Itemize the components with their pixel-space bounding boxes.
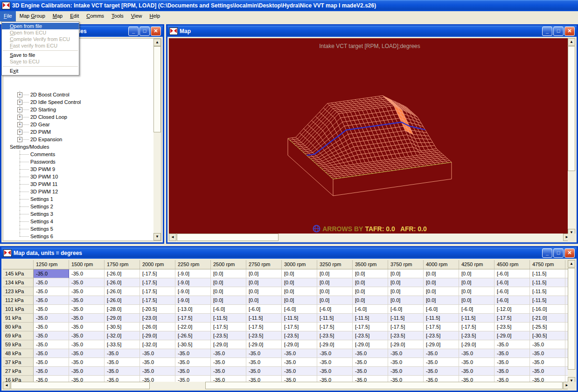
menubar-item-view[interactable]: View bbox=[127, 11, 146, 21]
map-cell[interactable]: -35.0 bbox=[282, 358, 317, 367]
row-header[interactable]: 123 kPa bbox=[3, 287, 34, 296]
map-cell[interactable]: [-11.5] bbox=[353, 314, 388, 323]
map-cell[interactable]: [-6.0] bbox=[282, 305, 317, 314]
map-cell[interactable]: -35.0 bbox=[282, 367, 317, 376]
map-cell[interactable]: [-11.5] bbox=[211, 314, 246, 323]
tree-item-2d-idle-speed-control[interactable]: +2D Idle Speed Control bbox=[3, 98, 153, 106]
map-cell[interactable]: -35.0 bbox=[34, 269, 69, 278]
map-cell[interactable]: [0.0] bbox=[246, 296, 282, 305]
map-cell[interactable]: -35.0 bbox=[104, 358, 140, 367]
map-cell[interactable]: [-22.0] bbox=[175, 323, 211, 331]
map-cell[interactable]: -35.0 bbox=[424, 358, 459, 367]
map-cell[interactable]: [-29.0] bbox=[353, 340, 388, 349]
map-cell[interactable]: -35.0 bbox=[353, 358, 388, 367]
map-cell[interactable]: [-6.0] bbox=[459, 305, 494, 314]
scrollbar-pane[interactable] bbox=[205, 382, 563, 389]
map-cell[interactable]: -35.0 bbox=[530, 349, 565, 358]
column-header[interactable]: 2250 rpm bbox=[175, 260, 211, 269]
map-cell[interactable]: [0.0] bbox=[211, 269, 246, 278]
map-cell[interactable]: -35.0 bbox=[69, 358, 104, 367]
map-cell[interactable]: [0.0] bbox=[317, 269, 353, 278]
tree-item-settings-3[interactable]: Settings 3 bbox=[3, 210, 153, 218]
map-cell[interactable]: [-11.5] bbox=[459, 314, 494, 323]
map-cell[interactable]: [-17.5] bbox=[140, 287, 175, 296]
tree-item-3d-pwm-10[interactable]: 3D PWM 10 bbox=[3, 173, 153, 180]
map-cell[interactable]: [-23.5] bbox=[459, 331, 494, 340]
map-cell[interactable]: [-26.0] bbox=[104, 296, 140, 305]
menu-item-fast-verify-from-ecu[interactable]: Fast verify from ECU bbox=[2, 42, 79, 49]
map-cell[interactable]: [0.0] bbox=[424, 287, 459, 296]
map-cell[interactable]: [0.0] bbox=[353, 269, 388, 278]
scroll-up-button[interactable]: ▲ bbox=[153, 39, 161, 46]
map-cell[interactable]: [0.0] bbox=[424, 296, 459, 305]
menu-item-save-to-file[interactable]: Save to file bbox=[2, 52, 79, 58]
map-3d-view[interactable]: Intake VCT target [RPM, LOAD];degrees AR… bbox=[169, 38, 571, 236]
menu-item-open-from-ecu[interactable]: Open from ECU bbox=[2, 29, 79, 36]
column-header[interactable]: 4750 rpm bbox=[530, 260, 565, 269]
map-cell[interactable]: -35.0 bbox=[69, 269, 104, 278]
tree-item-2d-starting[interactable]: +2D Starting bbox=[3, 106, 153, 113]
map-cell[interactable]: -35.0 bbox=[34, 287, 69, 296]
close-button[interactable]: ✕ bbox=[564, 27, 575, 36]
expand-icon[interactable]: + bbox=[17, 130, 22, 135]
map-cell[interactable]: [-17.5] bbox=[140, 269, 175, 278]
map-cell[interactable]: [-29.0] bbox=[459, 340, 494, 349]
map-cell[interactable]: [0.0] bbox=[353, 287, 388, 296]
scrollbar-thumb[interactable] bbox=[568, 268, 575, 370]
map-cell[interactable]: [-9.0] bbox=[175, 296, 211, 305]
map-cell[interactable]: [-11.5] bbox=[282, 314, 317, 323]
map-cell[interactable]: [-17.5] bbox=[459, 323, 494, 331]
column-header[interactable]: 2750 rpm bbox=[246, 260, 282, 269]
column-header[interactable]: 3750 rpm bbox=[388, 260, 424, 269]
tree-item-2d-expansion[interactable]: +2D Expansion bbox=[3, 136, 153, 143]
map-cell[interactable]: [-26.0] bbox=[104, 287, 140, 296]
menubar-item-help[interactable]: Help bbox=[146, 11, 164, 21]
map-cell[interactable]: [-17.5] bbox=[211, 323, 246, 331]
expand-icon[interactable]: + bbox=[17, 100, 22, 105]
row-header[interactable]: 134 kPa bbox=[3, 278, 34, 287]
map-cell[interactable]: [-23.0] bbox=[140, 314, 175, 323]
map-cell[interactable]: -35.0 bbox=[34, 367, 69, 376]
map-cell[interactable]: [-9.0] bbox=[175, 278, 211, 287]
tree-item-settings-2[interactable]: Settings 2 bbox=[3, 203, 153, 210]
map-cell[interactable]: [0.0] bbox=[282, 278, 317, 287]
map-cell[interactable]: [-17.5] bbox=[140, 296, 175, 305]
map-cell[interactable]: [0.0] bbox=[282, 269, 317, 278]
map-cell[interactable]: [-25.5] bbox=[530, 323, 565, 331]
map-cell[interactable]: [-23.5] bbox=[494, 323, 530, 331]
map-cell[interactable]: [-17.5] bbox=[388, 323, 424, 331]
tree-item-3d-pwm-12[interactable]: 3D PWM 12 bbox=[3, 188, 153, 195]
map-cell[interactable]: -35.0 bbox=[494, 367, 530, 376]
map-cell[interactable]: [-6.0] bbox=[494, 269, 530, 278]
tree-item-2d-closed-loop[interactable]: +2D Closed Loop bbox=[3, 113, 153, 121]
map-cell[interactable]: [-30.5] bbox=[530, 331, 565, 340]
column-header[interactable]: 1250 rpm bbox=[34, 260, 69, 269]
row-header[interactable]: 112 kPa bbox=[3, 296, 34, 305]
column-header[interactable]: 2500 rpm bbox=[211, 260, 246, 269]
map-cell[interactable]: [-30.5] bbox=[104, 323, 140, 331]
map-cell[interactable]: [-30.5] bbox=[175, 340, 211, 349]
map-cell[interactable]: -35.0 bbox=[246, 358, 282, 367]
maximize-button[interactable]: □ bbox=[553, 248, 564, 258]
map-cell[interactable]: [-16.0] bbox=[530, 305, 565, 314]
map-cell[interactable]: [0.0] bbox=[211, 278, 246, 287]
map-cell[interactable]: [-6.0] bbox=[388, 305, 424, 314]
row-header[interactable]: 37 kPa bbox=[3, 358, 34, 367]
map-cell[interactable]: -35.0 bbox=[211, 349, 246, 358]
map-cell[interactable]: [-29.0] bbox=[388, 340, 424, 349]
map-cell[interactable]: [-6.0] bbox=[317, 305, 353, 314]
map-cell[interactable]: [-23.5] bbox=[211, 331, 246, 340]
map-cell[interactable]: [-13.0] bbox=[175, 305, 211, 314]
map-cell[interactable]: [0.0] bbox=[317, 287, 353, 296]
menubar-item-edit[interactable]: Edit bbox=[66, 11, 83, 21]
map-cell[interactable]: [0.0] bbox=[282, 296, 317, 305]
map-cell[interactable]: -35.0 bbox=[69, 305, 104, 314]
map-cell[interactable]: -35.0 bbox=[459, 349, 494, 358]
map-cell[interactable]: [0.0] bbox=[388, 269, 424, 278]
map-cell[interactable]: [-23.5] bbox=[424, 331, 459, 340]
map-cell[interactable]: -35.0 bbox=[246, 349, 282, 358]
tree-item-comments[interactable]: Comments bbox=[3, 151, 153, 158]
scrollbar-thumb[interactable] bbox=[177, 234, 279, 241]
map-cell[interactable]: -35.0 bbox=[530, 367, 565, 376]
map-cell[interactable]: [0.0] bbox=[388, 287, 424, 296]
